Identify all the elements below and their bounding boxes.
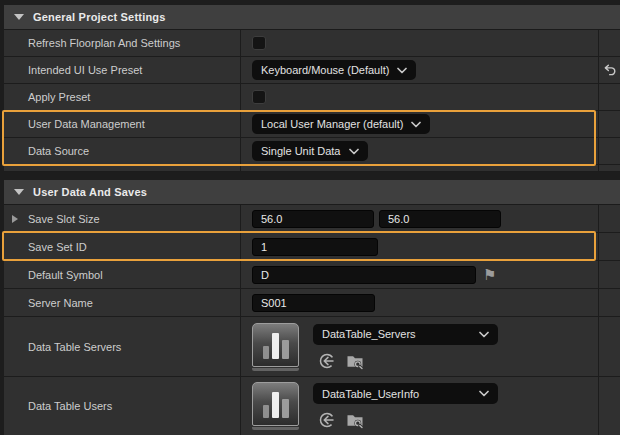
thumbnail-bar <box>263 405 269 418</box>
chevron-down-icon <box>397 67 407 74</box>
reset-cell <box>598 165 620 171</box>
property-name-cell: User Data Management <box>4 111 241 137</box>
dropdown-value: Local User Manager (default) <box>261 118 403 130</box>
settings-row: Data Table Servers DataTable_Servers <box>4 317 620 377</box>
property-label: Server Name <box>28 297 93 309</box>
reset-cell <box>598 138 620 164</box>
apply-preset-checkbox[interactable] <box>252 90 266 104</box>
flag-icon[interactable]: ⚑ <box>483 267 496 282</box>
reset-cell <box>598 84 620 110</box>
ui-use-preset-dropdown[interactable]: Keyboard/Mouse (Default) <box>252 60 416 80</box>
datatable-asset-thumbnail[interactable] <box>252 382 299 430</box>
settings-row: User Data Management Local User Manager … <box>4 111 620 138</box>
property-label: Refresh Floorplan And Settings <box>28 37 180 49</box>
property-name-cell: Default Symbol <box>4 261 241 288</box>
property-label: Apply Preset <box>28 91 90 103</box>
property-label: Data Source <box>28 145 89 157</box>
category-header-general-project-settings[interactable]: General Project Settings <box>4 5 620 30</box>
reset-cell <box>598 111 620 137</box>
settings-row: Intended UI Use Preset Keyboard/Mouse (D… <box>4 57 620 84</box>
use-selected-asset-icon[interactable] <box>318 411 336 429</box>
property-name-cell: Data Table Users <box>4 377 241 435</box>
collapse-arrow-icon[interactable] <box>14 189 24 195</box>
property-label: Intended UI Use Preset <box>28 64 142 76</box>
save-set-id-input[interactable] <box>252 238 378 256</box>
section-footer-strip <box>4 165 620 172</box>
property-value-cell <box>241 233 598 260</box>
reset-cell <box>598 57 620 83</box>
default-symbol-input[interactable] <box>252 266 476 284</box>
property-label: Save Set ID <box>28 241 87 253</box>
asset-controls: DataTable_Servers <box>313 324 498 370</box>
reset-cell <box>598 233 620 260</box>
category-header-user-data-and-saves[interactable]: User Data And Saves <box>4 180 620 205</box>
settings-row: Server Name <box>4 289 620 317</box>
settings-row: Default Symbol ⚑ <box>4 261 620 289</box>
browse-to-asset-icon[interactable] <box>346 411 364 429</box>
bar-chart-thumbnail-icon <box>252 382 299 426</box>
save-slot-size-x-input[interactable] <box>252 210 374 228</box>
thumbnail-bar <box>272 333 279 359</box>
asset-icon-bar <box>318 411 498 429</box>
property-value-cell: DataTable_UserInfo <box>241 377 598 435</box>
data-source-dropdown[interactable]: Single Unit Data <box>252 141 368 161</box>
data-table-servers-dropdown[interactable]: DataTable_Servers <box>313 324 498 345</box>
property-value-cell <box>241 165 598 171</box>
property-name-cell: Refresh Floorplan And Settings <box>4 30 241 56</box>
property-name-cell: Intended UI Use Preset <box>4 57 241 83</box>
reset-cell <box>598 317 620 376</box>
property-name-cell: Save Slot Size <box>4 205 241 232</box>
dropdown-value: DataTable_Servers <box>322 328 416 340</box>
chevron-down-icon <box>479 390 489 397</box>
property-label: User Data Management <box>28 118 145 130</box>
chevron-down-icon <box>411 121 421 128</box>
datatable-asset-thumbnail[interactable] <box>252 323 299 371</box>
reset-cell <box>598 205 620 232</box>
reset-cell <box>598 30 620 56</box>
use-selected-asset-icon[interactable] <box>318 352 336 370</box>
settings-row: Save Set ID <box>4 233 620 261</box>
chevron-down-icon <box>349 148 359 155</box>
settings-row: Data Source Single Unit Data <box>4 138 620 165</box>
section-gap <box>4 172 620 180</box>
asset-picker: DataTable_Servers <box>252 323 498 371</box>
asset-icon-bar <box>318 352 498 370</box>
collapse-arrow-icon[interactable] <box>14 14 24 20</box>
browse-to-asset-icon[interactable] <box>346 352 364 370</box>
property-label: Data Table Users <box>28 400 112 412</box>
data-table-users-dropdown[interactable]: DataTable_UserInfo <box>313 383 498 404</box>
dropdown-value: Single Unit Data <box>261 145 341 157</box>
bar-chart-thumbnail-icon <box>252 323 299 367</box>
reset-to-default-icon[interactable] <box>601 62 618 79</box>
chevron-down-icon <box>479 331 489 338</box>
property-name-cell: Server Name <box>4 289 241 316</box>
property-value-cell: ⚑ <box>241 261 598 288</box>
property-name-cell: Data Source <box>4 138 241 164</box>
thumbnail-bar <box>282 399 289 418</box>
property-label: Default Symbol <box>28 269 103 281</box>
server-name-input[interactable] <box>252 294 375 312</box>
property-label: Data Table Servers <box>28 341 121 353</box>
thumbnail-color-strip <box>252 427 299 430</box>
property-value-cell <box>241 30 598 56</box>
settings-row: Save Slot Size <box>4 205 620 233</box>
thumbnail-bar <box>272 392 279 418</box>
category-title: User Data And Saves <box>33 186 147 198</box>
reset-cell <box>598 377 620 435</box>
thumbnail-bar <box>282 340 289 359</box>
asset-picker: DataTable_UserInfo <box>252 382 498 430</box>
settings-row: Data Table Users DataTable_UserInfo <box>4 377 620 435</box>
refresh-floorplan-checkbox[interactable] <box>252 36 266 50</box>
property-value-cell <box>241 205 598 232</box>
thumbnail-color-strip <box>252 368 299 371</box>
user-data-management-dropdown[interactable]: Local User Manager (default) <box>252 114 430 134</box>
save-slot-size-y-input[interactable] <box>379 210 501 228</box>
property-value-cell: Local User Manager (default) <box>241 111 598 137</box>
expand-arrow-icon[interactable] <box>12 215 18 223</box>
property-name-cell: Data Table Servers <box>4 317 241 376</box>
details-panel: General Project Settings Refresh Floorpl… <box>0 0 620 435</box>
property-value-cell <box>241 84 598 110</box>
property-value-cell: DataTable_Servers <box>241 317 598 376</box>
property-value-cell: Single Unit Data <box>241 138 598 164</box>
settings-row: Apply Preset <box>4 84 620 111</box>
